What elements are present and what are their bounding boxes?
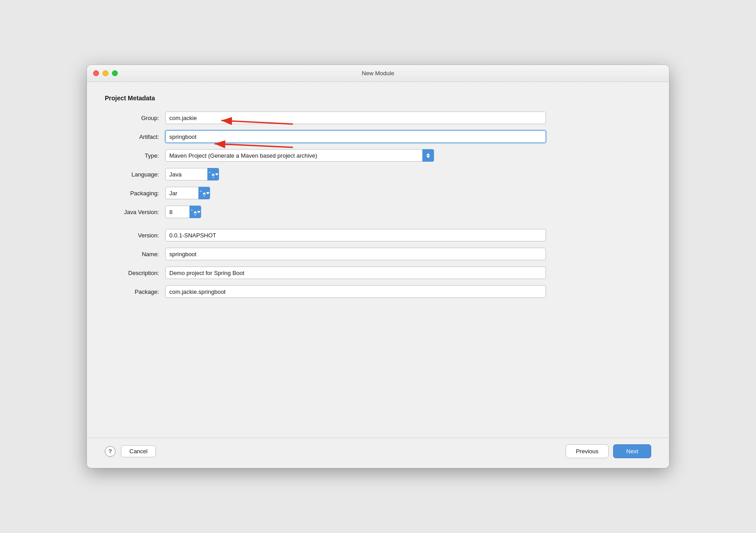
packaging-select-wrapper: Jar War	[165, 187, 210, 199]
dialog-window: New Module Project Metadata Group: Artif…	[87, 65, 669, 468]
language-select-wrapper: Java Kotlin Groovy	[165, 168, 219, 181]
dialog-content: Project Metadata Group: Artifact:	[87, 82, 669, 438]
group-row: Group:	[105, 112, 651, 124]
previous-button[interactable]: Previous	[566, 444, 609, 458]
name-input[interactable]	[165, 248, 546, 260]
description-label: Description:	[105, 270, 165, 276]
section-title: Project Metadata	[105, 95, 651, 102]
version-input[interactable]	[165, 229, 546, 241]
language-row: Language: Java Kotlin Groovy	[105, 168, 651, 181]
maximize-button[interactable]	[112, 70, 118, 76]
package-label: Package:	[105, 288, 165, 295]
name-row: Name:	[105, 248, 651, 260]
package-input[interactable]	[165, 285, 546, 298]
artifact-row: Artifact:	[105, 130, 651, 143]
packaging-row: Packaging: Jar War	[105, 187, 651, 199]
type-select-wrapper: Maven Project (Generate a Maven based pr…	[165, 149, 434, 162]
form-area: Group: Artifact:	[105, 112, 651, 429]
title-bar: New Module	[87, 65, 669, 82]
package-row: Package:	[105, 285, 651, 298]
window-controls	[93, 70, 118, 76]
chevron-down-icon	[426, 156, 430, 158]
help-button[interactable]: ?	[105, 446, 116, 457]
next-button[interactable]: Next	[613, 444, 651, 458]
svg-line-3	[215, 144, 293, 147]
dialog-footer: ? Cancel Previous Next	[87, 438, 669, 468]
group-input[interactable]	[165, 112, 546, 124]
language-label: Language:	[105, 171, 165, 178]
java-version-select[interactable]: 8 11 17	[165, 206, 201, 218]
packaging-select[interactable]: Jar War	[165, 187, 210, 199]
footer-right: Previous Next	[566, 444, 651, 458]
name-label: Name:	[105, 251, 165, 258]
cancel-button[interactable]: Cancel	[121, 445, 156, 457]
artifact-label: Artifact:	[105, 133, 165, 140]
chevron-up-icon	[426, 153, 430, 155]
type-row: Type: Maven Project (Generate a Maven ba…	[105, 149, 651, 162]
group-label: Group:	[105, 115, 165, 121]
language-select[interactable]: Java Kotlin Groovy	[165, 168, 219, 181]
version-row: Version:	[105, 229, 651, 241]
window-title: New Module	[362, 70, 394, 77]
type-label: Type:	[105, 152, 165, 159]
description-row: Description:	[105, 266, 651, 279]
artifact-input[interactable]	[165, 130, 546, 143]
minimize-button[interactable]	[103, 70, 108, 76]
java-version-label: Java Version:	[105, 209, 165, 215]
java-version-select-wrapper: 8 11 17	[165, 206, 201, 218]
description-input[interactable]	[165, 266, 546, 279]
java-version-row: Java Version: 8 11 17	[105, 206, 651, 218]
footer-left: ? Cancel	[105, 445, 156, 457]
packaging-label: Packaging:	[105, 190, 165, 197]
close-button[interactable]	[93, 70, 99, 76]
version-label: Version:	[105, 232, 165, 239]
type-select[interactable]: Maven Project (Generate a Maven based pr…	[165, 149, 425, 162]
